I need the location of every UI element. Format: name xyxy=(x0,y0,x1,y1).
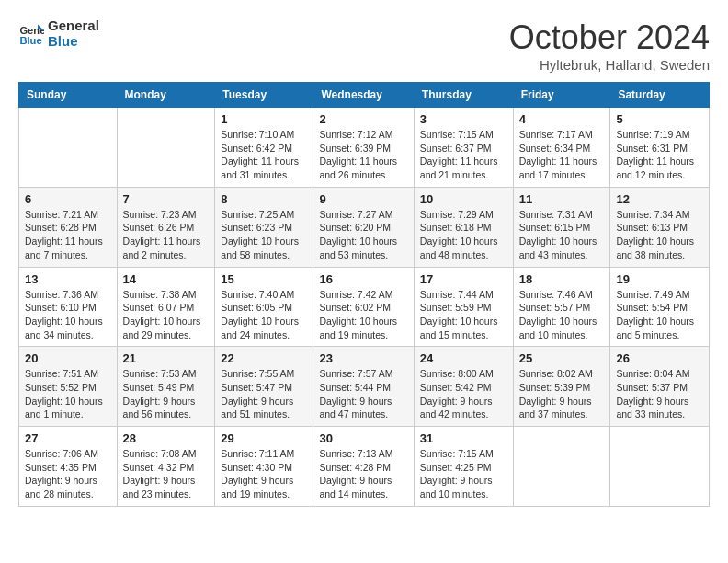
calendar-cell: 19Sunrise: 7:49 AMSunset: 5:54 PMDayligh… xyxy=(610,267,710,347)
day-number: 25 xyxy=(519,351,605,365)
day-number: 30 xyxy=(319,431,407,445)
day-number: 12 xyxy=(616,192,703,206)
calendar-cell: 14Sunrise: 7:38 AMSunset: 6:07 PMDayligh… xyxy=(117,267,215,347)
calendar-cell: 22Sunrise: 7:55 AMSunset: 5:47 PMDayligh… xyxy=(215,347,313,427)
day-info: Sunrise: 7:12 AMSunset: 6:39 PMDaylight:… xyxy=(319,128,407,182)
title-block: October 2024 Hyltebruk, Halland, Sweden xyxy=(509,18,710,73)
day-number: 13 xyxy=(25,272,111,286)
logo: General Blue General Blue xyxy=(18,18,99,49)
week-row-1: 1Sunrise: 7:10 AMSunset: 6:42 PMDaylight… xyxy=(19,108,710,188)
day-number: 5 xyxy=(616,112,703,126)
day-number: 19 xyxy=(616,272,703,286)
calendar-cell: 8Sunrise: 7:25 AMSunset: 6:23 PMDaylight… xyxy=(215,187,313,267)
day-info: Sunrise: 7:40 AMSunset: 6:05 PMDaylight:… xyxy=(221,288,307,342)
calendar-cell: 12Sunrise: 7:34 AMSunset: 6:13 PMDayligh… xyxy=(610,187,710,267)
day-info: Sunrise: 7:06 AMSunset: 4:35 PMDaylight:… xyxy=(25,447,111,501)
day-number: 29 xyxy=(221,431,307,445)
calendar-cell: 3Sunrise: 7:15 AMSunset: 6:37 PMDaylight… xyxy=(414,108,513,188)
calendar-cell: 11Sunrise: 7:31 AMSunset: 6:15 PMDayligh… xyxy=(513,187,610,267)
logo-icon: General Blue xyxy=(18,21,44,47)
day-number: 22 xyxy=(221,351,307,365)
day-number: 26 xyxy=(616,351,703,365)
calendar-cell: 25Sunrise: 8:02 AMSunset: 5:39 PMDayligh… xyxy=(513,347,610,427)
day-info: Sunrise: 7:29 AMSunset: 6:18 PMDaylight:… xyxy=(420,208,507,262)
day-number: 1 xyxy=(221,112,307,126)
day-info: Sunrise: 7:08 AMSunset: 4:32 PMDaylight:… xyxy=(123,447,210,501)
day-number: 14 xyxy=(123,272,210,286)
day-number: 27 xyxy=(25,431,111,445)
calendar-subtitle: Hyltebruk, Halland, Sweden xyxy=(509,57,710,73)
day-info: Sunrise: 7:27 AMSunset: 6:20 PMDaylight:… xyxy=(319,208,407,262)
day-info: Sunrise: 7:17 AMSunset: 6:34 PMDaylight:… xyxy=(519,128,605,182)
svg-text:Blue: Blue xyxy=(19,34,41,45)
column-header-monday: Monday xyxy=(117,83,215,108)
day-info: Sunrise: 7:42 AMSunset: 6:02 PMDaylight:… xyxy=(319,288,407,342)
day-info: Sunrise: 8:00 AMSunset: 5:42 PMDaylight:… xyxy=(420,367,507,421)
day-info: Sunrise: 7:55 AMSunset: 5:47 PMDaylight:… xyxy=(221,367,307,421)
day-info: Sunrise: 7:23 AMSunset: 6:26 PMDaylight:… xyxy=(123,208,210,262)
logo-line1: General xyxy=(48,18,99,34)
day-number: 23 xyxy=(319,351,407,365)
calendar-cell: 2Sunrise: 7:12 AMSunset: 6:39 PMDaylight… xyxy=(313,108,414,188)
day-info: Sunrise: 7:15 AMSunset: 6:37 PMDaylight:… xyxy=(420,128,507,182)
day-info: Sunrise: 7:19 AMSunset: 6:31 PMDaylight:… xyxy=(616,128,703,182)
calendar-cell: 6Sunrise: 7:21 AMSunset: 6:28 PMDaylight… xyxy=(19,187,118,267)
day-info: Sunrise: 7:51 AMSunset: 5:52 PMDaylight:… xyxy=(25,367,111,421)
calendar-cell: 20Sunrise: 7:51 AMSunset: 5:52 PMDayligh… xyxy=(19,347,118,427)
calendar-cell: 10Sunrise: 7:29 AMSunset: 6:18 PMDayligh… xyxy=(414,187,513,267)
calendar-cell: 17Sunrise: 7:44 AMSunset: 5:59 PMDayligh… xyxy=(414,267,513,347)
day-info: Sunrise: 7:46 AMSunset: 5:57 PMDaylight:… xyxy=(519,288,605,342)
column-header-saturday: Saturday xyxy=(610,83,710,108)
calendar-cell: 26Sunrise: 8:04 AMSunset: 5:37 PMDayligh… xyxy=(610,347,710,427)
calendar-table: SundayMondayTuesdayWednesdayThursdayFrid… xyxy=(18,82,710,507)
day-number: 24 xyxy=(420,351,507,365)
calendar-header-row: SundayMondayTuesdayWednesdayThursdayFrid… xyxy=(19,83,710,108)
day-number: 8 xyxy=(221,192,307,206)
calendar-cell: 27Sunrise: 7:06 AMSunset: 4:35 PMDayligh… xyxy=(19,427,118,507)
day-number: 31 xyxy=(420,431,507,445)
day-number: 16 xyxy=(319,272,407,286)
day-number: 7 xyxy=(123,192,210,206)
calendar-cell: 30Sunrise: 7:13 AMSunset: 4:28 PMDayligh… xyxy=(313,427,414,507)
calendar-cell: 9Sunrise: 7:27 AMSunset: 6:20 PMDaylight… xyxy=(313,187,414,267)
day-info: Sunrise: 7:25 AMSunset: 6:23 PMDaylight:… xyxy=(221,208,307,262)
column-header-thursday: Thursday xyxy=(414,83,513,108)
day-number: 11 xyxy=(519,192,605,206)
column-header-tuesday: Tuesday xyxy=(215,83,313,108)
day-number: 17 xyxy=(420,272,507,286)
day-info: Sunrise: 8:04 AMSunset: 5:37 PMDaylight:… xyxy=(616,367,703,421)
calendar-cell: 16Sunrise: 7:42 AMSunset: 6:02 PMDayligh… xyxy=(313,267,414,347)
calendar-cell: 29Sunrise: 7:11 AMSunset: 4:30 PMDayligh… xyxy=(215,427,313,507)
page-header: General Blue General Blue October 2024 H… xyxy=(18,18,710,73)
calendar-cell xyxy=(513,427,610,507)
logo-line2: Blue xyxy=(48,34,99,50)
calendar-cell: 28Sunrise: 7:08 AMSunset: 4:32 PMDayligh… xyxy=(117,427,215,507)
calendar-cell: 7Sunrise: 7:23 AMSunset: 6:26 PMDaylight… xyxy=(117,187,215,267)
day-number: 9 xyxy=(319,192,407,206)
calendar-title: October 2024 xyxy=(509,18,710,57)
calendar-cell xyxy=(19,108,118,188)
day-number: 15 xyxy=(221,272,307,286)
day-info: Sunrise: 7:49 AMSunset: 5:54 PMDaylight:… xyxy=(616,288,703,342)
calendar-cell xyxy=(610,427,710,507)
day-number: 2 xyxy=(319,112,407,126)
day-info: Sunrise: 7:53 AMSunset: 5:49 PMDaylight:… xyxy=(123,367,210,421)
day-number: 4 xyxy=(519,112,605,126)
calendar-cell xyxy=(117,108,215,188)
day-info: Sunrise: 7:36 AMSunset: 6:10 PMDaylight:… xyxy=(25,288,111,342)
day-info: Sunrise: 7:38 AMSunset: 6:07 PMDaylight:… xyxy=(123,288,210,342)
day-info: Sunrise: 7:57 AMSunset: 5:44 PMDaylight:… xyxy=(319,367,407,421)
calendar-cell: 15Sunrise: 7:40 AMSunset: 6:05 PMDayligh… xyxy=(215,267,313,347)
day-number: 3 xyxy=(420,112,507,126)
day-number: 21 xyxy=(123,351,210,365)
calendar-cell: 18Sunrise: 7:46 AMSunset: 5:57 PMDayligh… xyxy=(513,267,610,347)
day-info: Sunrise: 7:13 AMSunset: 4:28 PMDaylight:… xyxy=(319,447,407,501)
day-info: Sunrise: 7:21 AMSunset: 6:28 PMDaylight:… xyxy=(25,208,111,262)
day-number: 20 xyxy=(25,351,111,365)
calendar-cell: 13Sunrise: 7:36 AMSunset: 6:10 PMDayligh… xyxy=(19,267,118,347)
day-number: 6 xyxy=(25,192,111,206)
day-number: 28 xyxy=(123,431,210,445)
day-info: Sunrise: 8:02 AMSunset: 5:39 PMDaylight:… xyxy=(519,367,605,421)
day-info: Sunrise: 7:15 AMSunset: 4:25 PMDaylight:… xyxy=(420,447,507,501)
calendar-cell: 23Sunrise: 7:57 AMSunset: 5:44 PMDayligh… xyxy=(313,347,414,427)
